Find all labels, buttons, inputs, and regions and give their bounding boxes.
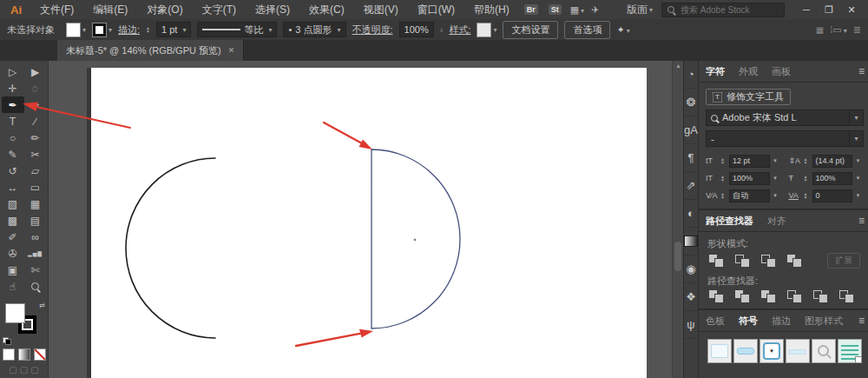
stock-search[interactable] [661,3,785,17]
symbol-thumb-document[interactable] [838,339,862,363]
share-icon[interactable]: ✈ [591,4,599,16]
font-style-combo[interactable]: - ▾ [706,130,864,147]
menu-item[interactable]: 帮助(H) [464,0,519,19]
symbol-thumb-magnifier[interactable] [812,339,836,363]
direct-selection-tool-icon[interactable]: ▷ [2,63,24,80]
swap-fill-stroke-icon[interactable]: ⇄ [39,302,45,309]
minus-front-icon[interactable] [735,255,750,267]
symbol-sprayer-tool-icon[interactable]: ✇ [2,245,24,262]
document-tab[interactable]: 未标题-5* @ 146% (RGB/GPU 预览) ✕ [57,40,244,61]
font-size-field[interactable]: tT ▲▼ 12 pt ▾ [706,154,781,168]
symbol-thumb-button[interactable] [733,339,758,363]
gradient-button[interactable] [18,348,30,361]
unite-icon[interactable] [709,255,724,267]
panel-menu-icon[interactable]: ≡ [858,315,868,327]
color-button[interactable] [3,348,15,361]
panel-menu-icon[interactable]: ≡ [858,215,868,227]
font-family-combo[interactable]: Adobe 宋体 Std L ▾ [706,109,864,126]
curvature-tool-icon[interactable]: ✑ [24,96,47,113]
arrange-documents-icon[interactable]: ▦ [816,25,824,35]
kerning-field[interactable]: V∕A ▲▼ 自动 ▾ [706,189,781,202]
brushes-panel-icon[interactable]: ψ [684,311,698,339]
opacity-more-button[interactable]: › [440,24,444,35]
document-setup-button[interactable]: 文档设置 [503,21,558,39]
workspace-icon[interactable]: ⁞▭▾ [830,24,846,36]
stroke-width-combo[interactable]: 1 pt▾ [156,22,191,37]
canvas[interactable]: ▲ [48,61,684,378]
layers-panel-icon[interactable]: ❖ [684,283,698,311]
transparency-panel-icon[interactable]: ◐ [684,200,698,228]
tab-pathfinder[interactable]: 路径查找器 [699,215,760,228]
trim-icon[interactable] [735,290,750,302]
lasso-tool-icon[interactable]: ◌ [24,80,47,96]
info-panel-icon[interactable]: ◔ [684,61,698,89]
vertical-scale-field[interactable]: IT ▲▼ 100% ▾ [706,171,781,185]
mesh-tool-icon[interactable]: ▩ [2,212,24,229]
paragraph-panel-icon[interactable]: ¶ [684,144,698,172]
menu-item[interactable]: 效果(C) [299,0,354,19]
merge-icon[interactable] [761,290,776,302]
tab-swatches[interactable]: 色板 [699,315,732,328]
symbol-thumb-field[interactable] [707,339,732,363]
vertical-scrollbar[interactable]: ▲ [672,61,684,378]
tab-stroke[interactable]: 描边 [765,315,798,328]
leading-field[interactable]: ⇕A ▲▼ (14.4 pt) ▾ [789,154,865,168]
magic-wand-tool-icon[interactable]: ✛ [2,80,24,96]
artboard[interactable] [91,68,647,378]
fill-swatch[interactable]: ▾ [66,23,86,37]
gradient-panel-icon[interactable] [684,228,698,255]
minus-back-icon[interactable] [839,290,854,302]
width-tool-icon[interactable]: ↔ [2,179,24,196]
none-button[interactable] [34,348,46,361]
horizontal-scale-field[interactable]: Ŧ ▲▼ 100% ▾ [789,171,865,185]
brush-combo[interactable]: • 3 点圆形▾ [283,22,345,37]
artboard-tool-icon[interactable]: ▣ [2,262,24,278]
divide-icon[interactable] [709,290,724,302]
fill-proxy[interactable] [5,303,25,323]
scale-tool-icon[interactable]: ▱ [24,162,47,179]
color-guide-panel-icon[interactable]: ❂ [684,89,698,116]
tracking-field[interactable]: VA ▲▼ 0 ▾ [789,189,865,202]
color-panel-icon[interactable]: ◉ [684,255,698,283]
opacity-combo[interactable]: 100% [399,22,434,37]
menu-item[interactable]: 对象(O) [137,0,192,19]
symbol-thumb-dropdown[interactable]: ▼ [760,339,784,363]
selection-tool-icon[interactable]: ▶ [24,63,47,80]
drawing-modes[interactable]: ▢▢▢ [0,365,48,375]
tab-appearance[interactable]: 外观 [732,65,765,78]
tab-graphic-styles[interactable]: 图形样式 [798,315,850,328]
touch-type-tool-button[interactable]: T 修饰文字工具 [706,89,791,105]
close-button[interactable]: ✕ [840,0,863,19]
preferences-button[interactable]: 首选项 [564,21,610,39]
stroke-width-stepper[interactable]: ▲▼ [146,26,150,33]
tab-symbols[interactable]: 符号 [732,315,765,328]
intersect-icon[interactable] [761,255,776,267]
minimize-button[interactable]: ─ [795,0,818,19]
zoom-tool-icon[interactable] [24,278,47,295]
opacity-link[interactable]: 不透明度: [352,23,393,36]
panel-menu-icon[interactable]: ≡ [858,65,868,77]
gradient-tool-icon[interactable]: ▤ [24,212,47,229]
export-panel-icon[interactable]: ⇗ [684,172,698,200]
pen-tool-icon[interactable]: ✒ [2,96,24,113]
style-swatch[interactable]: ▾ [477,23,496,37]
tab-artboards[interactable]: 画板 [765,65,798,78]
menu-item[interactable]: 视图(V) [354,0,408,19]
chevron-down-icon[interactable]: ▾ [849,131,863,146]
menu-item[interactable]: 文件(F) [30,0,83,19]
column-graph-tool-icon[interactable]: ▂▅▇ [24,245,47,262]
select-similar-icon[interactable]: ✦▾ [616,24,629,36]
glyphs-panel-icon[interactable]: gA [684,116,698,144]
tab-align[interactable]: 对齐 [760,215,793,228]
search-input[interactable] [679,4,779,16]
paintbrush-tool-icon[interactable]: ✏ [24,129,47,146]
hand-tool-icon[interactable]: ☝ [2,278,24,295]
menu-item[interactable]: 窗口(W) [408,0,464,19]
line-segment-tool-icon[interactable]: ∕ [24,113,47,129]
tab-character[interactable]: 字符 [699,65,732,78]
symbol-thumb-thin-bar[interactable] [786,339,810,363]
scissors-tool-icon[interactable]: ✂ [24,146,47,162]
eyedropper-tool-icon[interactable]: ✐ [2,229,24,245]
style-link[interactable]: 样式: [449,23,470,36]
exclude-icon[interactable] [787,255,802,267]
